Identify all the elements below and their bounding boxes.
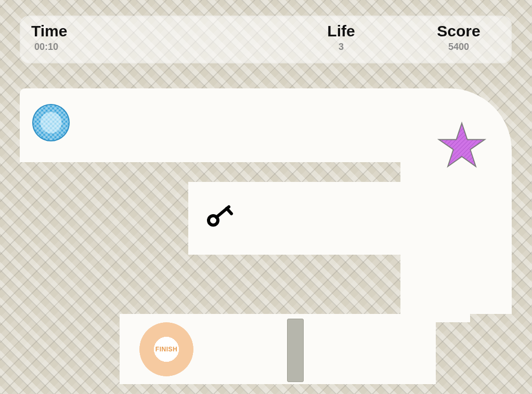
maze-corridor <box>20 88 451 162</box>
hud-time-label: Time <box>31 23 104 40</box>
hud-bar: Time 00:10 Life 3 Score 5400 <box>20 16 512 63</box>
hud-life-label: Life <box>305 23 378 40</box>
hud-score-label: Score <box>417 23 500 40</box>
hud-life: Life 3 <box>305 23 378 52</box>
finish-label: FINISH <box>155 346 177 353</box>
svg-line-2 <box>227 208 231 214</box>
star-icon[interactable] <box>437 121 487 170</box>
finish-ring[interactable]: FINISH <box>139 322 193 376</box>
key-icon[interactable] <box>206 204 237 229</box>
hud-score-value: 5400 <box>417 42 500 52</box>
hud-score: Score 5400 <box>417 23 500 52</box>
hud-time-value: 00:10 <box>31 42 104 52</box>
svg-marker-5 <box>439 123 485 167</box>
player-ball[interactable] <box>32 104 70 141</box>
game-stage[interactable]: Time 00:10 Life 3 Score 5400 FINISH <box>0 0 532 394</box>
hud-life-value: 3 <box>305 42 378 52</box>
hud-time: Time 00:10 <box>31 23 104 52</box>
maze-corridor <box>400 255 470 322</box>
obstacle-block <box>287 319 304 382</box>
